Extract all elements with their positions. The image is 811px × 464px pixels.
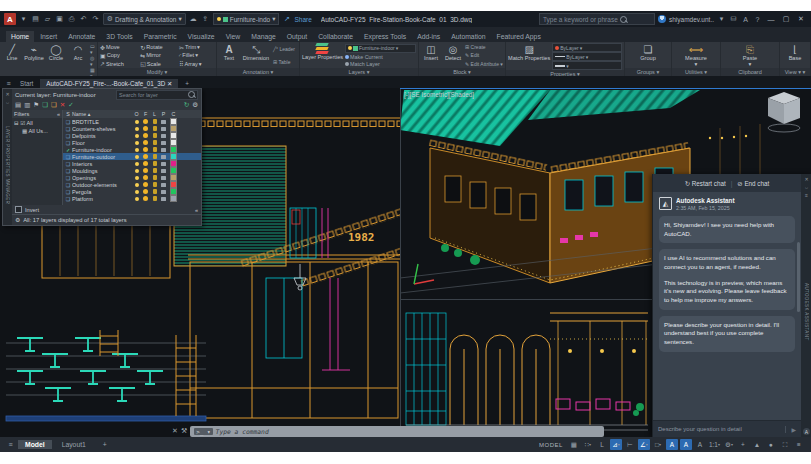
color-swatch[interactable]	[170, 125, 177, 132]
palette-settings-icon[interactable]: ⚙	[15, 217, 20, 223]
status-toggle[interactable]: L	[596, 439, 608, 450]
freeze-sun-icon[interactable]	[143, 119, 148, 124]
lock-icon[interactable]	[153, 189, 157, 194]
lock-icon[interactable]	[153, 126, 157, 131]
help-icon[interactable]: ?	[753, 15, 762, 24]
ribbon-tab[interactable]: Automation	[446, 31, 490, 42]
close-icon[interactable]: ✕	[172, 427, 178, 435]
restart-chat-button[interactable]: ↻ Restart chat	[685, 180, 726, 187]
file-tab-menu-icon[interactable]: ≡	[4, 79, 13, 88]
ribbon-tab[interactable]: Insert	[35, 31, 62, 42]
tab-drawing[interactable]: AutoCAD-FY25_Fire-...-Book-Cafe_01_3D ✕	[40, 79, 178, 88]
color-swatch[interactable]	[170, 195, 177, 202]
color-swatch[interactable]	[170, 146, 177, 153]
lock-icon[interactable]	[153, 175, 157, 180]
save-icon[interactable]: ▣	[55, 15, 64, 24]
on-bulb-icon[interactable]	[135, 190, 139, 194]
layer-row[interactable]: Interiors	[63, 160, 201, 167]
delete-layer-icon[interactable]: ✕	[60, 101, 65, 109]
panel-label-view[interactable]: View ▾ ▾	[780, 68, 810, 76]
array-button[interactable]: ⠿Array ▾	[179, 60, 214, 67]
customize-icon[interactable]: ⚒	[181, 427, 187, 435]
undo-icon[interactable]: ↶	[79, 15, 88, 24]
plot-icon[interactable]	[161, 120, 166, 124]
ribbon-tab[interactable]: Manage	[246, 31, 281, 42]
panel-label-utilities[interactable]: Utilities ▾	[672, 68, 720, 76]
status-toggle[interactable]: A	[680, 439, 692, 450]
arc-button[interactable]: ◠Arc	[68, 43, 88, 79]
lock-icon[interactable]	[153, 119, 157, 124]
share-icon[interactable]: ↗	[282, 15, 291, 24]
command-prompt-icon[interactable]: >_ ▾	[194, 428, 212, 435]
color-swatch[interactable]	[170, 167, 177, 174]
on-bulb-icon[interactable]	[135, 162, 139, 166]
tab-model[interactable]: Model	[18, 440, 52, 449]
on-bulb-icon[interactable]	[135, 127, 139, 131]
text-button[interactable]: AText	[219, 43, 239, 68]
collapse-icon[interactable]: «	[195, 207, 198, 213]
open-web-icon[interactable]: ☁	[189, 15, 198, 24]
assistant-panel-title-bar[interactable]: ✕ ⇔ ≡ AUTODESK ASSISTANT A	[801, 174, 811, 437]
color-swatch[interactable]	[170, 118, 177, 125]
lineweight-combo[interactable]: ▾	[552, 61, 622, 70]
plot-icon[interactable]	[161, 162, 166, 166]
base-button[interactable]: ⌊Base	[785, 43, 805, 68]
autohide-icon[interactable]: ⇔	[5, 99, 10, 105]
save-web-icon[interactable]: ⇪	[201, 15, 210, 24]
settings-icon[interactable]: ⚙	[192, 101, 198, 109]
lock-icon[interactable]	[153, 168, 157, 173]
open-icon[interactable]: ▱	[43, 15, 52, 24]
plot-icon[interactable]	[161, 197, 166, 201]
freeze-sun-icon[interactable]	[143, 140, 148, 145]
color-swatch[interactable]	[170, 153, 177, 160]
on-bulb-icon[interactable]	[135, 183, 139, 187]
ribbon-tab[interactable]: Express Tools	[359, 31, 411, 42]
filter-all[interactable]: ⊟ ☑ All	[14, 120, 60, 126]
ribbon-tab[interactable]: Parametric	[139, 31, 182, 42]
on-bulb-icon[interactable]	[135, 148, 139, 152]
layer-properties-button[interactable]: Layer Properties	[302, 43, 343, 68]
plot-icon[interactable]	[161, 169, 166, 173]
line-button[interactable]: ╱Line	[2, 43, 22, 79]
on-bulb-icon[interactable]	[135, 134, 139, 138]
plot-icon[interactable]	[161, 127, 166, 131]
palette-title-bar[interactable]: ✕ ⇔ LAYER PROPERTIES MANAGER	[3, 89, 12, 225]
freeze-sun-icon[interactable]	[143, 126, 148, 131]
set-current-icon[interactable]: ✓	[68, 101, 73, 109]
close-tab-icon[interactable]: ✕	[167, 80, 172, 87]
table-button[interactable]: ⊞ Table	[273, 59, 295, 65]
layer-row[interactable]: Counters-shelves	[63, 125, 201, 132]
new-icon[interactable]: ▤	[31, 15, 40, 24]
status-toggle[interactable]: □▾	[652, 439, 664, 450]
layer-row[interactable]: Furniture-indoor	[63, 146, 201, 153]
minimize-button[interactable]: —	[765, 16, 777, 23]
edit-block-button[interactable]: ✎ Edit	[465, 52, 503, 58]
trim-button[interactable]: ✂Trim ▾	[179, 44, 214, 51]
on-bulb-icon[interactable]	[135, 169, 139, 173]
color-swatch[interactable]	[170, 188, 177, 195]
status-toggle[interactable]: ▦	[568, 439, 580, 450]
measure-button[interactable]: ⟺Measure ▾	[685, 43, 707, 68]
close-icon[interactable]: ✕	[5, 91, 9, 97]
color-swatch[interactable]	[170, 139, 177, 146]
fillet-button[interactable]: ◜Fillet ▾	[179, 52, 214, 59]
scale-button[interactable]: ◱Scale	[140, 60, 175, 67]
ribbon-tab[interactable]: 3D Tools	[101, 31, 137, 42]
workspace-combo[interactable]: ⚙ Drafting & Annotation ▾	[103, 13, 186, 25]
tab-layout1[interactable]: Layout1	[55, 440, 93, 449]
viewport-divider-horizontal[interactable]	[400, 299, 652, 300]
viewport-divider-vertical[interactable]	[400, 88, 401, 437]
model-space-label[interactable]: MODEL	[539, 442, 563, 448]
status-toggle[interactable]: ●	[765, 439, 777, 450]
draw-flyouts[interactable]: ▭ ▾◎ ▾▦ ▾	[90, 43, 95, 79]
panel-label-groups[interactable]: Groups ▾	[625, 68, 671, 76]
make-current-button[interactable]: Make Current	[345, 54, 416, 60]
status-toggle[interactable]: 1:1▾	[708, 439, 721, 450]
viewcube[interactable]	[768, 92, 800, 132]
lock-icon[interactable]	[153, 147, 157, 152]
chat-scrollbar[interactable]	[797, 242, 800, 312]
panel-label-annotation[interactable]: Annotation ▾	[217, 68, 299, 76]
status-toggle[interactable]: ⊢	[624, 439, 636, 450]
freeze-sun-icon[interactable]	[143, 161, 148, 166]
leader-button[interactable]: ╱° Leader	[273, 46, 295, 52]
